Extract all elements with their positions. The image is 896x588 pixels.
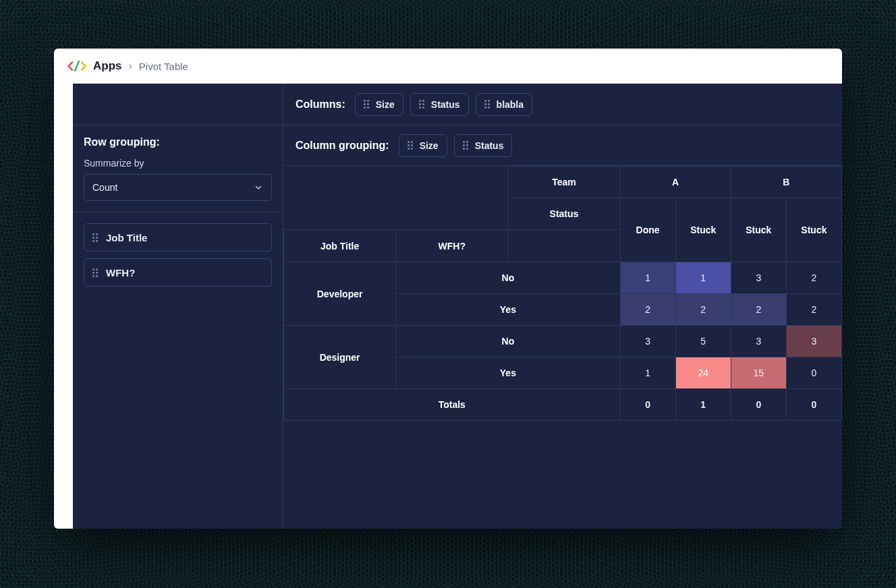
pivot-cell[interactable]: 2	[786, 294, 841, 326]
row-chip-label: Job Title	[106, 232, 147, 243]
titlebar: Apps › Pivot Table	[54, 49, 842, 84]
pivot-row: DeveloperNo1132	[284, 262, 842, 294]
column-chip[interactable]: blabla	[476, 93, 532, 116]
column-grouping-chip[interactable]: Size	[399, 134, 447, 157]
pivot-cell[interactable]: 3	[731, 262, 786, 294]
pivot-cell[interactable]: 2	[786, 262, 841, 294]
summarize-select[interactable]: Count	[84, 174, 272, 201]
pivot-cell[interactable]: 3	[786, 326, 841, 357]
totals-cell: 1	[675, 389, 731, 421]
header-status-value[interactable]: Stuck	[786, 198, 841, 262]
header-wfh[interactable]: WFH?	[396, 230, 508, 262]
pivot-cell[interactable]: 2	[620, 294, 675, 326]
main-panel: Columns: SizeStatusblabla Column groupin…	[283, 84, 842, 529]
totals-cell: 0	[620, 389, 675, 421]
row-wfh-value[interactable]: Yes	[396, 357, 620, 389]
column-chip[interactable]: Size	[355, 93, 403, 116]
sidebar: Row grouping: Summarize by Count Job Tit…	[73, 84, 283, 529]
row-chip[interactable]: WFH?	[84, 258, 272, 287]
pivot-cell[interactable]: 1	[675, 262, 731, 294]
header-job-title[interactable]: Job Title	[284, 230, 396, 262]
header-status-value[interactable]: Stuck	[731, 198, 786, 262]
column-grouping-chip[interactable]: Status	[454, 134, 513, 157]
pivot-cell[interactable]: 1	[620, 357, 675, 389]
columns-label: Columns:	[296, 98, 345, 111]
column-chip[interactable]: Status	[410, 93, 469, 116]
column-chip-label: Size	[376, 99, 395, 110]
code-brackets-icon	[67, 59, 86, 73]
column-grouping-label: Column grouping:	[296, 140, 389, 152]
row-wfh-value[interactable]: Yes	[396, 294, 620, 326]
totals-row: Totals0100	[284, 389, 842, 421]
pivot-cell[interactable]: 0	[786, 357, 841, 389]
pivot-cell[interactable]: 2	[675, 294, 731, 326]
chevron-down-icon	[254, 183, 263, 192]
pivot-cell[interactable]: 3	[620, 326, 675, 357]
app-logo	[67, 59, 86, 73]
pivot-cell[interactable]: 2	[731, 294, 786, 326]
pivot-row: DesignerNo3533	[284, 326, 842, 357]
header-status-label: Status	[508, 198, 620, 230]
drag-grip-icon	[484, 100, 491, 109]
breadcrumb-separator: ›	[129, 60, 132, 72]
column-grouping-chip-label: Status	[475, 140, 504, 151]
pivot-cell[interactable]: 15	[731, 357, 786, 389]
row-wfh-value[interactable]: No	[396, 262, 620, 294]
row-chip-label: WFH?	[106, 267, 135, 278]
summarize-by-label: Summarize by	[84, 158, 272, 169]
row-wfh-value[interactable]: No	[396, 326, 620, 357]
header-status-value[interactable]: Stuck	[675, 198, 731, 262]
drag-grip-icon	[92, 268, 99, 277]
drag-grip-icon	[408, 141, 414, 150]
app-name[interactable]: Apps	[93, 59, 122, 73]
drag-grip-icon	[364, 100, 370, 109]
app-window: Apps › Pivot Table Row grouping: Summari…	[54, 49, 842, 529]
breadcrumb-page[interactable]: Pivot Table	[139, 61, 188, 72]
row-grouping-title: Row grouping:	[84, 136, 272, 148]
pivot-cell[interactable]: 1	[620, 262, 675, 294]
drag-grip-icon	[463, 141, 470, 150]
totals-cell: 0	[731, 389, 786, 421]
drag-grip-icon	[419, 100, 426, 109]
pivot-cell[interactable]: 5	[675, 326, 731, 357]
pivot-cell[interactable]: 3	[731, 326, 786, 357]
row-group-name[interactable]: Developer	[284, 262, 396, 326]
left-gutter	[54, 84, 73, 529]
totals-cell: 0	[786, 389, 841, 421]
summarize-value: Count	[92, 182, 117, 193]
header-team-label: Team	[508, 167, 620, 198]
header-team-value[interactable]: A	[620, 167, 731, 198]
header-team-value[interactable]: B	[731, 167, 841, 198]
row-group-name[interactable]: Designer	[284, 326, 396, 389]
column-chip-label: blabla	[497, 99, 524, 110]
column-chip-label: Status	[431, 99, 460, 110]
columns-config-row: Columns: SizeStatusblabla	[283, 84, 842, 125]
header-status-value[interactable]: Done	[620, 198, 675, 262]
pivot-table: TeamABStatusDoneStuckStuckStuckJob Title…	[283, 166, 842, 421]
row-chip[interactable]: Job Title	[84, 223, 272, 252]
column-grouping-config-row: Column grouping: SizeStatus	[283, 125, 842, 166]
column-grouping-chip-label: Size	[420, 140, 439, 151]
drag-grip-icon	[92, 233, 99, 242]
pivot-cell[interactable]: 24	[675, 357, 731, 389]
totals-label: Totals	[284, 389, 621, 421]
